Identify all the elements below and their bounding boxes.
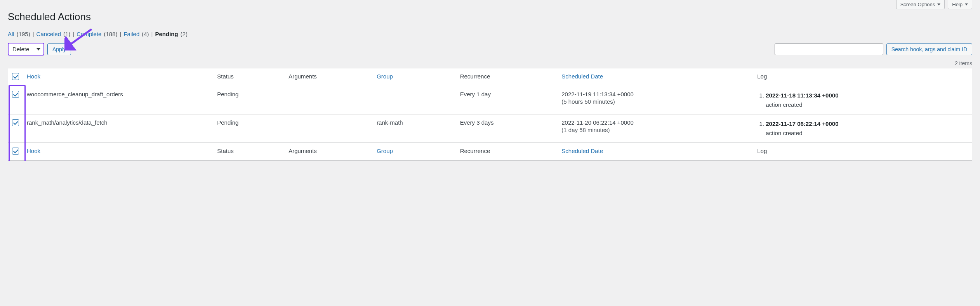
table-row: woocommerce_cleanup_draft_orders Pending… [8,86,972,115]
col-group-sort-bottom[interactable]: Group [377,148,393,154]
cell-hook: rank_math/analytics/data_fetch [23,115,213,143]
col-scheduled-sort-bottom[interactable]: Scheduled Date [561,148,603,154]
cell-log: 2022-11-17 06:22:14 +0000action created [753,115,972,143]
cell-arguments [285,86,373,115]
select-all-checkbox-bottom[interactable] [12,148,19,155]
select-all-checkbox-top[interactable] [12,73,19,80]
items-count: 2 items [8,60,972,66]
page-title: Scheduled Actions [8,11,972,23]
table-row: rank_math/analytics/data_fetch Pending r… [8,115,972,143]
col-log-footer: Log [753,143,972,161]
col-log-header: Log [753,68,972,86]
filter-pending-current: Pending [155,31,178,37]
filter-canceled-count: (1) [63,31,70,37]
filter-failed-count: (4) [142,31,149,37]
cell-scheduled: 2022-11-19 11:13:34 +0000 (5 hours 50 mi… [558,86,753,115]
status-filters: All (195) | Canceled (1) | Complete (188… [8,31,972,37]
scheduled-actions-table: Hook Status Arguments Group Recurrence S… [8,68,972,161]
col-recurrence-footer: Recurrence [456,143,558,161]
filter-complete-link[interactable]: Complete [76,31,101,37]
cell-status: Pending [213,115,285,143]
help-label: Help [952,2,963,7]
col-status-header: Status [213,68,285,86]
col-arguments-header: Arguments [285,68,373,86]
cell-hook: woocommerce_cleanup_draft_orders [23,86,213,115]
row-checkbox[interactable] [12,91,19,98]
help-button[interactable]: Help [948,0,972,9]
filter-pending-count: (2) [181,31,188,37]
cell-recurrence: Every 3 days [456,115,558,143]
chevron-down-icon [965,3,968,5]
row-checkbox[interactable] [12,119,19,126]
filter-canceled-link[interactable]: Canceled [36,31,61,37]
cell-recurrence: Every 1 day [456,86,558,115]
cell-arguments [285,115,373,143]
cell-log: 2022-11-18 11:13:34 +0000action created [753,86,972,115]
cell-group [373,86,456,115]
col-hook-sort-bottom[interactable]: Hook [27,148,40,154]
search-button[interactable]: Search hook, args and claim ID [886,43,972,55]
col-status-footer: Status [213,143,285,161]
screen-options-label: Screen Options [900,2,935,7]
filter-complete-count: (188) [104,31,117,37]
screen-options-button[interactable]: Screen Options [896,0,945,9]
col-recurrence-header: Recurrence [456,68,558,86]
apply-button[interactable]: Apply [47,43,71,55]
filter-all-link[interactable]: All [8,31,14,37]
bulk-action-select[interactable]: Delete [8,43,44,56]
search-input[interactable] [775,43,883,55]
col-scheduled-sort[interactable]: Scheduled Date [561,73,603,80]
col-group-sort[interactable]: Group [377,73,393,80]
cell-status: Pending [213,86,285,115]
filter-failed-link[interactable]: Failed [123,31,139,37]
chevron-down-icon [937,3,940,5]
col-arguments-footer: Arguments [285,143,373,161]
col-hook-sort[interactable]: Hook [27,73,40,80]
filter-all-count: (195) [17,31,30,37]
cell-group: rank-math [373,115,456,143]
cell-scheduled: 2022-11-20 06:22:14 +0000 (1 day 58 minu… [558,115,753,143]
